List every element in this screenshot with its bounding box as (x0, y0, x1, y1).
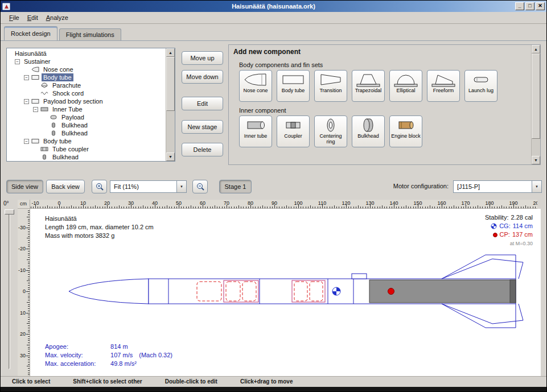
ruler-tick (28, 311, 30, 311)
ruler-tick (330, 207, 330, 208)
ruler-tick (112, 207, 112, 208)
chevron-down-icon[interactable]: ▼ (532, 181, 541, 192)
tree-item-body-tube[interactable]: −Body tube (7, 137, 165, 145)
menu-file[interactable]: File (5, 13, 23, 22)
scroll-down-icon[interactable]: ▼ (532, 156, 540, 164)
ruler-tick (482, 207, 483, 208)
rocket-length-line: Length 189 cm, max. diameter 10.2 cm (45, 223, 154, 232)
ruler-tick (28, 300, 30, 300)
stage-1-toggle[interactable]: Stage 1 (219, 180, 252, 193)
menu-analyze[interactable]: Analyze (42, 13, 72, 22)
ruler-tick (26, 270, 30, 271)
add-trapezoidal-button[interactable]: Trapezoidal (352, 70, 385, 102)
add-freeform-button[interactable]: Freeform (427, 70, 460, 102)
rotation-slider-handle[interactable] (5, 209, 14, 214)
ruler-tick (506, 207, 507, 208)
add-elliptical-button[interactable]: Elliptical (389, 70, 422, 102)
zoom-in-button[interactable] (92, 180, 107, 193)
maximize-button[interactable]: □ (525, 2, 534, 10)
ruler-tick (28, 332, 30, 332)
tab-flight-simulations[interactable]: Flight simulations (59, 28, 121, 40)
tree-item-inner-tube[interactable]: −Inner Tube (7, 105, 165, 113)
rocket-canvas[interactable]: Haisunäätä Length 189 cm, max. diameter … (30, 209, 541, 376)
ruler-tick (191, 205, 191, 208)
tree-expander-icon[interactable]: − (15, 59, 20, 64)
tree-item-payload-body-section[interactable]: −Payload body section (7, 97, 165, 105)
add-component-scrollbar[interactable]: ▲ ▼ (531, 45, 540, 164)
ruler-unit-label: cm (18, 200, 30, 209)
scroll-up-icon[interactable]: ▲ (166, 48, 175, 57)
ruler-tick (454, 205, 454, 208)
ruler-tick (224, 207, 225, 208)
add-centering-ring-button[interactable]: Centering ring (314, 115, 347, 147)
ruler-tick (147, 207, 148, 208)
bodytube-icon (31, 138, 39, 144)
tab-rocket-design[interactable]: Rocket design (4, 26, 57, 40)
tree-expander-icon[interactable]: − (33, 107, 38, 112)
zoom-select[interactable]: Fit (11%) ▼ (110, 180, 187, 193)
add-engine-block-button[interactable]: Engine block (389, 115, 422, 147)
tree-item-bulkhead[interactable]: Bulkhead (7, 153, 165, 160)
h-ruler-label: 190 (509, 200, 517, 206)
tree-item-sustainer[interactable]: −Sustainer (7, 57, 165, 65)
ruler-tick (28, 236, 30, 237)
ruler-tick (153, 207, 153, 208)
add-coupler-button[interactable]: Coupler (277, 115, 310, 147)
add-nose-cone-button[interactable]: Nose cone (239, 70, 272, 102)
tree-expander-icon[interactable]: − (24, 139, 29, 144)
rotation-slider-track[interactable] (9, 213, 10, 369)
add-launch-lug-button[interactable]: Launch lug (464, 70, 497, 102)
add-component-scrollbar-thumb[interactable] (532, 53, 540, 139)
move-up-button[interactable]: Move up (182, 51, 223, 65)
tree-item-bulkhead[interactable]: Bulkhead (7, 129, 165, 137)
back-view-button[interactable]: Back view (46, 180, 85, 193)
tree-expander-icon[interactable]: − (24, 75, 29, 80)
ruler-tick (470, 207, 471, 208)
app-window: Haisunäätä (haisunaata.ork) _ □ ✕ FileEd… (0, 0, 547, 392)
h-ruler-label: 40 (152, 200, 158, 206)
chevron-down-icon[interactable]: ▼ (176, 181, 186, 192)
ruler-tick (28, 223, 30, 224)
new-stage-button[interactable]: New stage (182, 120, 223, 134)
add-inner-tube-button[interactable]: Inner tube (239, 115, 272, 147)
ruler-tick (533, 207, 533, 208)
ruler-tick (28, 353, 30, 354)
zoom-out-button[interactable] (192, 180, 208, 193)
tree-item-haisun-t-[interactable]: Haisunäätä (7, 49, 165, 57)
tree-item-bulkhead[interactable]: Bulkhead (7, 121, 165, 129)
ruler-tick (28, 339, 30, 339)
tree-item-shock-cord[interactable]: Shock cord (7, 89, 165, 97)
tree-item-label: Body tube (42, 73, 73, 81)
close-button[interactable]: ✕ (536, 2, 545, 10)
tree-item-tube-coupler[interactable]: Tube coupler (7, 145, 165, 153)
add-transition-button[interactable]: Transition (314, 70, 347, 102)
ruler-tick (416, 207, 416, 208)
move-down-button[interactable]: Move down (182, 70, 223, 84)
ruler-tick (504, 207, 504, 208)
menu-edit[interactable]: Edit (23, 13, 42, 22)
side-view-button[interactable]: Side view (6, 180, 43, 193)
ruler-tick (377, 207, 378, 208)
motor-configuration-select[interactable]: [J115-P] ▼ (453, 180, 542, 193)
tree-item-payload[interactable]: Payload (7, 113, 165, 121)
tree-scrollbar[interactable]: ▲ ▼ (166, 48, 175, 161)
tree-item-label: Nose cone (42, 65, 75, 73)
bulkheadbtn-icon (356, 117, 381, 133)
ruler-tick (28, 266, 30, 266)
tree-expander-icon[interactable]: − (24, 99, 29, 104)
scroll-up-icon[interactable]: ▲ (532, 45, 540, 53)
add-bulkhead-button[interactable]: Bulkhead (352, 115, 385, 147)
edit-button[interactable]: Edit (182, 97, 223, 110)
tree-item-parachute[interactable]: Parachute (7, 81, 165, 89)
tree-scrollbar-thumb[interactable] (166, 57, 175, 111)
tree-item-nose-cone[interactable]: Nose cone (7, 65, 165, 73)
ruler-tick (511, 207, 512, 208)
title-bar[interactable]: Haisunäätä (haisunaata.ork) _ □ ✕ (1, 1, 546, 12)
add-body-tube-button[interactable]: Body tube (277, 70, 310, 102)
minimize-button[interactable]: _ (515, 2, 524, 10)
ruler-tick (28, 357, 30, 358)
component-button-label: Engine block (391, 133, 421, 139)
delete-button[interactable]: Delete (182, 143, 223, 156)
tree-item-body-tube[interactable]: −Body tube (7, 73, 165, 81)
scroll-down-icon[interactable]: ▼ (166, 152, 175, 161)
